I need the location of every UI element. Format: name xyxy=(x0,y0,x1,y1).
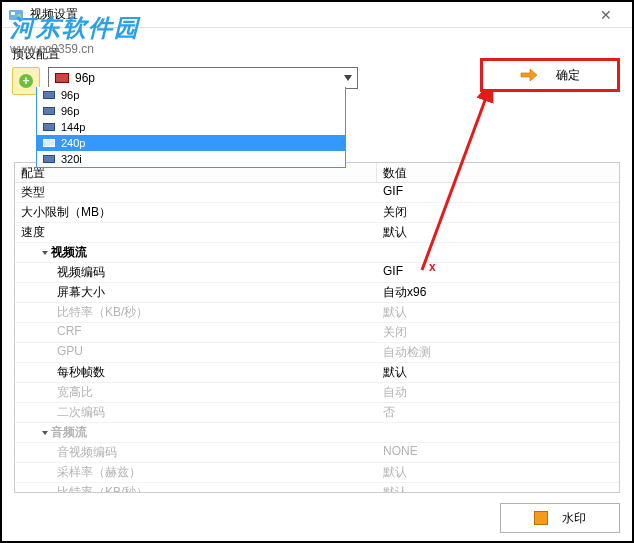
row-value: 自动检测 xyxy=(377,343,619,362)
table-row[interactable]: 比特率（KB/秒）默认 xyxy=(15,483,619,492)
row-label: 音频流 xyxy=(21,425,87,439)
preset-selected-text: 96p xyxy=(75,71,339,85)
table-row[interactable]: 宽高比自动 xyxy=(15,383,619,403)
row-value: 默认 xyxy=(377,483,619,492)
table-row[interactable]: 屏幕大小自动x96 xyxy=(15,283,619,303)
row-label: 类型 xyxy=(21,185,45,199)
row-value xyxy=(377,243,619,262)
expand-icon xyxy=(42,431,48,435)
option-label: 240p xyxy=(61,137,85,149)
row-label: 视频编码 xyxy=(21,265,105,279)
settings-table: 配置 数值 类型GIF大小限制（MB）关闭速度默认视频流视频编码GIF屏幕大小自… xyxy=(14,162,620,493)
table-row[interactable]: 比特率（KB/秒）默认 xyxy=(15,303,619,323)
watermark-button[interactable]: 水印 xyxy=(500,503,620,533)
watermark-label: 水印 xyxy=(562,510,586,527)
resolution-icon xyxy=(43,155,55,163)
row-value xyxy=(377,423,619,442)
table-row[interactable]: 音视频编码NONE xyxy=(15,443,619,463)
preset-option[interactable]: 144p xyxy=(37,119,345,135)
preset-option[interactable]: 320i xyxy=(37,151,345,167)
row-value: 默认 xyxy=(377,303,619,322)
row-value: 默认 xyxy=(377,363,619,382)
resolution-icon xyxy=(43,139,55,147)
resolution-icon xyxy=(43,91,55,99)
header-value: 数值 xyxy=(377,163,619,182)
watermark-icon xyxy=(534,511,548,525)
row-label: 视频流 xyxy=(21,245,87,259)
table-row[interactable]: GPU自动检测 xyxy=(15,343,619,363)
row-label: 大小限制（MB） xyxy=(21,205,111,219)
table-row[interactable]: 大小限制（MB）关闭 xyxy=(15,203,619,223)
row-label: CRF xyxy=(21,324,82,338)
row-value: GIF xyxy=(377,183,619,202)
row-label: 速度 xyxy=(21,225,45,239)
table-row[interactable]: 音频流 xyxy=(15,423,619,443)
expand-icon xyxy=(42,251,48,255)
option-label: 144p xyxy=(61,121,85,133)
option-label: 96p xyxy=(61,105,79,117)
option-label: 96p xyxy=(61,89,79,101)
preset-dropdown[interactable]: 96p96p144p240p320i xyxy=(36,87,346,168)
row-label: 屏幕大小 xyxy=(21,285,105,299)
gif-icon xyxy=(55,73,69,83)
window-title: 视频设置 xyxy=(30,6,78,23)
row-label: 采样率（赫兹） xyxy=(21,465,141,479)
table-row[interactable]: 采样率（赫兹）默认 xyxy=(15,463,619,483)
titlebar: 视频设置 ✕ xyxy=(2,2,632,28)
row-value: GIF xyxy=(377,263,619,282)
table-row[interactable]: CRF关闭 xyxy=(15,323,619,343)
row-value: 默认 xyxy=(377,223,619,242)
table-row[interactable]: 每秒帧数默认 xyxy=(15,363,619,383)
row-label: 比特率（KB/秒） xyxy=(21,305,148,319)
table-row[interactable]: 二次编码否 xyxy=(15,403,619,423)
row-label: 二次编码 xyxy=(21,405,105,419)
row-value: 自动 xyxy=(377,383,619,402)
row-value: 关闭 xyxy=(377,203,619,222)
app-icon xyxy=(8,7,24,23)
resolution-icon xyxy=(43,123,55,131)
arrow-right-icon xyxy=(520,68,538,82)
row-label: 每秒帧数 xyxy=(21,365,105,379)
preset-option[interactable]: 96p xyxy=(37,103,345,119)
svg-rect-1 xyxy=(11,12,15,15)
row-label: 比特率（KB/秒） xyxy=(21,485,148,492)
row-label: 宽高比 xyxy=(21,385,93,399)
preset-combobox[interactable]: 96p xyxy=(48,67,358,89)
ok-button[interactable]: 确定 xyxy=(480,58,620,92)
row-label: 音视频编码 xyxy=(21,445,117,459)
table-row[interactable]: 视频编码GIF xyxy=(15,263,619,283)
row-value: 自动x96 xyxy=(377,283,619,302)
preset-option[interactable]: 240p xyxy=(37,135,345,151)
chevron-down-icon[interactable] xyxy=(339,68,357,88)
table-row[interactable]: 视频流 xyxy=(15,243,619,263)
row-value: 关闭 xyxy=(377,323,619,342)
resolution-icon xyxy=(43,107,55,115)
row-value: 默认 xyxy=(377,463,619,482)
table-body[interactable]: 类型GIF大小限制（MB）关闭速度默认视频流视频编码GIF屏幕大小自动x96比特… xyxy=(15,183,619,492)
plus-icon: + xyxy=(19,74,33,88)
row-value: 否 xyxy=(377,403,619,422)
table-row[interactable]: 速度默认 xyxy=(15,223,619,243)
preset-option[interactable]: 96p xyxy=(37,87,345,103)
row-value: NONE xyxy=(377,443,619,462)
option-label: 320i xyxy=(61,153,82,165)
svg-point-2 xyxy=(17,14,21,18)
ok-label: 确定 xyxy=(556,67,580,84)
row-label: GPU xyxy=(21,344,83,358)
close-button[interactable]: ✕ xyxy=(586,3,626,27)
table-row[interactable]: 类型GIF xyxy=(15,183,619,203)
